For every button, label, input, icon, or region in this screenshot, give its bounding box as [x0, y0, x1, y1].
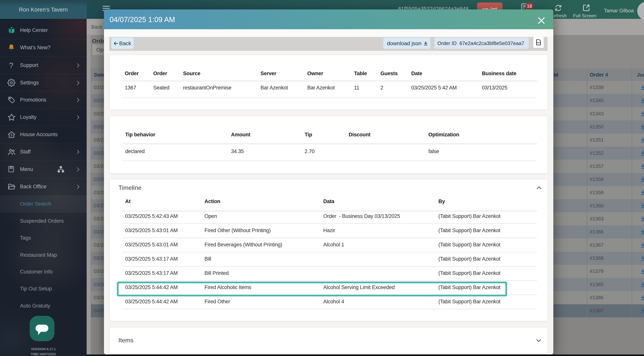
svg-text:$: $	[10, 133, 12, 137]
svg-text:xlsx: xlsx	[536, 41, 541, 44]
